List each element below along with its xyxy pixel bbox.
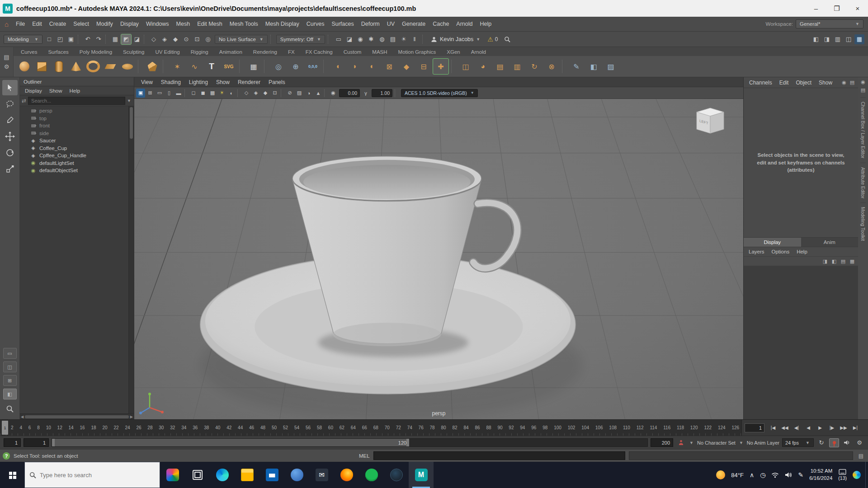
minimize-button[interactable]: – bbox=[806, 0, 826, 17]
play-backwards-button[interactable]: ◀ bbox=[802, 423, 814, 433]
step-back-frame-button[interactable]: ◀| bbox=[791, 423, 802, 433]
shelf-tab[interactable]: Animation bbox=[214, 48, 248, 56]
viewport-menu-item[interactable]: View bbox=[137, 78, 157, 86]
frame-tick[interactable]: 126 bbox=[731, 425, 739, 430]
menu-item[interactable]: Edit Mesh bbox=[193, 19, 226, 29]
isolate-select-icon[interactable]: ⊘ bbox=[285, 89, 294, 98]
mel-command-input[interactable] bbox=[373, 451, 625, 460]
go-to-end-button[interactable]: ▶| bbox=[849, 423, 861, 433]
auto-keyframe-toggle[interactable] bbox=[829, 438, 839, 447]
frame-tick[interactable]: 118 bbox=[677, 425, 684, 430]
channel-box-menu-item[interactable]: Show bbox=[815, 79, 836, 87]
frame-tick[interactable]: 68 bbox=[373, 425, 378, 430]
time-slider-track[interactable]: 1 24681012141618202224262830323436384042… bbox=[0, 420, 741, 436]
snap-plane-icon[interactable]: ⊡ bbox=[270, 89, 279, 98]
file-explorer-icon[interactable] bbox=[235, 462, 259, 488]
shelf-tab[interactable]: FX bbox=[283, 48, 300, 56]
frame-tick[interactable]: 34 bbox=[181, 425, 186, 430]
frame-tick[interactable]: 28 bbox=[147, 425, 152, 430]
menu-item[interactable]: Mesh Display bbox=[262, 19, 303, 29]
frame-tick[interactable]: 116 bbox=[663, 425, 670, 430]
frame-tick[interactable]: 58 bbox=[317, 425, 322, 430]
outliner-item-persp[interactable]: persp bbox=[20, 107, 128, 115]
channel-box-menu-item[interactable]: Edit bbox=[776, 79, 793, 87]
pin-icon[interactable]: ◉ bbox=[861, 79, 865, 87]
frame-tick[interactable]: 62 bbox=[340, 425, 344, 430]
menu-item[interactable]: Generate bbox=[398, 19, 429, 29]
target-weld-icon[interactable]: ⊗ bbox=[543, 58, 560, 75]
frame-tick[interactable]: 84 bbox=[463, 425, 468, 430]
separate-icon[interactable]: ◗ bbox=[347, 58, 363, 75]
character-set-label[interactable]: No Character Set bbox=[697, 440, 736, 446]
frame-tick[interactable]: 42 bbox=[226, 425, 231, 430]
shelf-tab[interactable]: UV Editing bbox=[150, 48, 185, 56]
exposure-field[interactable]: 0.00 bbox=[339, 89, 360, 97]
shelf-tab[interactable]: Sculpting bbox=[118, 48, 150, 56]
animation-preferences-icon[interactable]: ⚙ bbox=[854, 438, 864, 447]
bridge-icon[interactable]: ⊟ bbox=[415, 58, 432, 75]
frame-tick[interactable]: 108 bbox=[609, 425, 617, 430]
camera-gate-icon[interactable]: ▭ bbox=[155, 89, 164, 98]
frame-tick[interactable]: 100 bbox=[554, 425, 561, 430]
offset-edge-loop-icon[interactable]: ▥ bbox=[509, 58, 525, 75]
poly-disc-icon[interactable] bbox=[119, 58, 136, 75]
outliner-vertical-scrollbar[interactable] bbox=[128, 106, 134, 413]
frame-tick[interactable]: 46 bbox=[249, 425, 254, 430]
layer-menu-item[interactable]: Help bbox=[793, 249, 811, 255]
anim-end-field[interactable]: 200 bbox=[651, 438, 673, 447]
ue-link-icon[interactable]: ▦ bbox=[245, 58, 262, 75]
xray-icon[interactable]: ▨ bbox=[295, 89, 304, 98]
outliner-item-defaultlightset[interactable]: defaultLightSet bbox=[20, 160, 128, 167]
render-sequence-icon[interactable]: ▤ bbox=[388, 34, 398, 44]
sidebar-vertical-tab[interactable]: Modeling Toolkit bbox=[860, 202, 866, 245]
frame-tick[interactable]: 110 bbox=[623, 425, 630, 430]
shelf-menu-icon[interactable]: ▤ bbox=[4, 54, 9, 61]
outliner-menu-item[interactable]: Show bbox=[46, 87, 66, 94]
select-mask-hierarchy-icon[interactable]: ▦ bbox=[110, 34, 120, 44]
anti-alias-icon[interactable]: ▲ bbox=[314, 89, 323, 98]
script-editor-icon[interactable]: ▤ bbox=[857, 453, 865, 459]
outliner-item-top[interactable]: top bbox=[20, 115, 128, 122]
toggle-outliner-icon[interactable]: ◧ bbox=[811, 34, 821, 44]
show-desktop-button[interactable] bbox=[865, 462, 868, 488]
frame-tick[interactable]: 78 bbox=[430, 425, 435, 430]
shadows-icon[interactable]: ◐ bbox=[227, 89, 236, 98]
platonic-solid-icon[interactable] bbox=[144, 58, 160, 75]
viewport-menu-item[interactable]: Show bbox=[212, 78, 234, 86]
symmetry-dropdown[interactable]: Symmetry: Off▼ bbox=[276, 35, 325, 44]
outliner-menu-item[interactable]: Display bbox=[22, 87, 45, 94]
snap-grid-icon[interactable]: ◇ bbox=[242, 89, 251, 98]
save-scene-icon[interactable]: ▣ bbox=[66, 34, 76, 44]
frame-tick[interactable]: 24 bbox=[125, 425, 130, 430]
menu-item[interactable]: Cache bbox=[429, 19, 453, 29]
frame-tick[interactable]: 64 bbox=[351, 425, 356, 430]
shelf-tab[interactable]: FX Caching bbox=[300, 48, 338, 56]
snap-point-icon[interactable]: ◆ bbox=[261, 89, 270, 98]
warning-indicator[interactable]: ⚠ 0 bbox=[485, 36, 500, 43]
render-current-frame-icon[interactable]: ◪ bbox=[344, 34, 354, 44]
notification-center[interactable]: (13) bbox=[838, 469, 847, 481]
frame-tick[interactable]: 102 bbox=[568, 425, 576, 430]
chevron-down-icon[interactable]: ▼ bbox=[738, 441, 744, 445]
frame-tick[interactable]: 112 bbox=[637, 425, 644, 430]
frame-tick[interactable]: 122 bbox=[704, 425, 712, 430]
shelf-tab[interactable]: Rigging bbox=[185, 48, 214, 56]
workspace-dropdown[interactable]: General*▼ bbox=[796, 19, 863, 28]
frame-tick[interactable]: 6 bbox=[28, 425, 31, 430]
frame-tick[interactable]: 44 bbox=[238, 425, 243, 430]
zoom-tool-icon[interactable] bbox=[6, 405, 14, 415]
poly-cone-icon[interactable] bbox=[68, 58, 84, 75]
menu-set-dropdown[interactable]: Modeling▼ bbox=[4, 35, 42, 44]
maya-icon[interactable]: M bbox=[409, 462, 434, 488]
play-forwards-button[interactable]: ▶ bbox=[814, 423, 826, 433]
occlusion-icon[interactable]: ◑ bbox=[304, 89, 313, 98]
tab-anim[interactable]: Anim bbox=[801, 238, 859, 247]
viewport-menu-item[interactable]: Lighting bbox=[185, 78, 212, 86]
frame-tick[interactable]: 38 bbox=[204, 425, 209, 430]
layer-menu-item[interactable]: Layers bbox=[745, 249, 768, 255]
frame-tick[interactable]: 4 bbox=[19, 425, 22, 430]
film-gate-icon[interactable]: ▯ bbox=[165, 89, 174, 98]
spin-edge-icon[interactable]: ↻ bbox=[526, 58, 542, 75]
playback-range-track[interactable]: 120 bbox=[52, 438, 648, 447]
insert-edge-loop-icon[interactable]: ▤ bbox=[492, 58, 508, 75]
